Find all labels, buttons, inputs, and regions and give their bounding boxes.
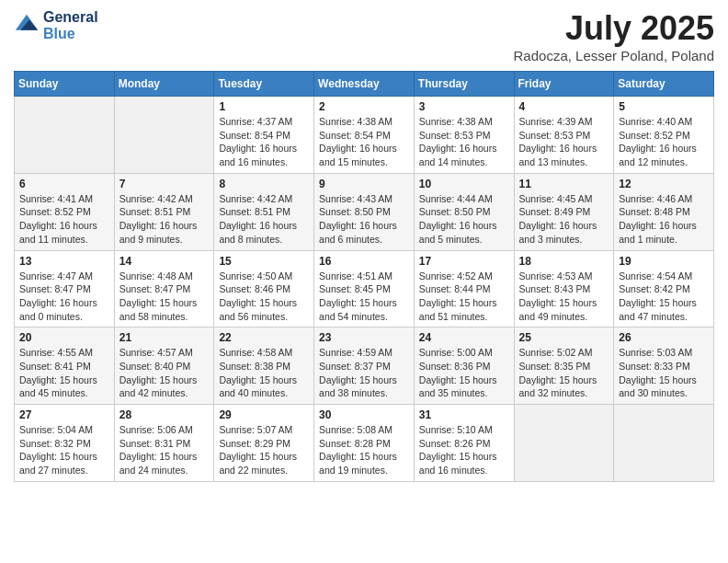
day-info: Sunrise: 5:06 AM Sunset: 8:31 PM Dayligh… (119, 423, 210, 477)
calendar-week: 1Sunrise: 4:37 AM Sunset: 8:54 PM Daylig… (15, 97, 714, 174)
day-number: 18 (519, 255, 609, 268)
logo: General Blue (14, 9, 98, 41)
calendar-cell: 6Sunrise: 4:41 AM Sunset: 8:52 PM Daylig… (15, 173, 115, 250)
calendar-cell: 23Sunrise: 4:59 AM Sunset: 8:37 PM Dayli… (314, 327, 415, 405)
header-day: Sunday (15, 72, 115, 97)
day-info: Sunrise: 5:10 AM Sunset: 8:26 PM Dayligh… (419, 423, 509, 477)
calendar-cell: 12Sunrise: 4:46 AM Sunset: 8:48 PM Dayli… (614, 173, 714, 250)
calendar-cell: 1Sunrise: 4:37 AM Sunset: 8:54 PM Daylig… (214, 97, 314, 174)
day-info: Sunrise: 4:38 AM Sunset: 8:53 PM Dayligh… (419, 115, 509, 169)
calendar-week: 13Sunrise: 4:47 AM Sunset: 8:47 PM Dayli… (15, 250, 714, 327)
day-number: 1 (219, 100, 309, 113)
day-info: Sunrise: 4:47 AM Sunset: 8:47 PM Dayligh… (19, 270, 109, 324)
day-info: Sunrise: 4:38 AM Sunset: 8:54 PM Dayligh… (319, 115, 409, 169)
calendar-cell: 26Sunrise: 5:03 AM Sunset: 8:33 PM Dayli… (614, 327, 714, 405)
calendar-body: 1Sunrise: 4:37 AM Sunset: 8:54 PM Daylig… (15, 97, 714, 482)
calendar-cell: 30Sunrise: 5:08 AM Sunset: 8:28 PM Dayli… (314, 405, 415, 482)
calendar-cell: 5Sunrise: 4:40 AM Sunset: 8:52 PM Daylig… (614, 97, 714, 174)
calendar-cell: 17Sunrise: 4:52 AM Sunset: 8:44 PM Dayli… (414, 250, 514, 327)
day-info: Sunrise: 4:41 AM Sunset: 8:52 PM Dayligh… (19, 192, 109, 247)
day-info: Sunrise: 4:52 AM Sunset: 8:44 PM Dayligh… (419, 270, 509, 324)
day-info: Sunrise: 4:46 AM Sunset: 8:48 PM Dayligh… (619, 192, 709, 247)
calendar-cell: 11Sunrise: 4:45 AM Sunset: 8:49 PM Dayli… (514, 173, 614, 250)
calendar-cell (514, 405, 614, 482)
calendar-cell: 3Sunrise: 4:38 AM Sunset: 8:53 PM Daylig… (414, 97, 514, 174)
day-number: 17 (419, 255, 509, 268)
day-info: Sunrise: 4:51 AM Sunset: 8:45 PM Dayligh… (319, 270, 409, 324)
day-number: 21 (119, 331, 210, 344)
calendar-cell: 8Sunrise: 4:42 AM Sunset: 8:51 PM Daylig… (214, 173, 314, 250)
day-info: Sunrise: 4:48 AM Sunset: 8:47 PM Dayligh… (119, 270, 210, 324)
calendar-cell: 22Sunrise: 4:58 AM Sunset: 8:38 PM Dayli… (214, 327, 314, 405)
calendar-cell: 7Sunrise: 4:42 AM Sunset: 8:51 PM Daylig… (114, 173, 214, 250)
day-info: Sunrise: 5:04 AM Sunset: 8:32 PM Dayligh… (19, 423, 109, 477)
day-number: 15 (219, 255, 309, 268)
day-info: Sunrise: 4:44 AM Sunset: 8:50 PM Dayligh… (419, 192, 509, 247)
calendar-cell: 21Sunrise: 4:57 AM Sunset: 8:40 PM Dayli… (114, 327, 214, 405)
header-day: Wednesday (314, 72, 415, 97)
header-row: SundayMondayTuesdayWednesdayThursdayFrid… (15, 72, 714, 97)
day-number: 22 (219, 331, 309, 344)
day-info: Sunrise: 4:43 AM Sunset: 8:50 PM Dayligh… (319, 192, 409, 247)
day-info: Sunrise: 4:59 AM Sunset: 8:37 PM Dayligh… (319, 346, 409, 400)
calendar-week: 27Sunrise: 5:04 AM Sunset: 8:32 PM Dayli… (15, 405, 714, 482)
day-number: 31 (419, 408, 509, 421)
calendar-table: SundayMondayTuesdayWednesdayThursdayFrid… (14, 71, 714, 482)
day-number: 30 (319, 408, 409, 421)
day-number: 28 (119, 408, 210, 421)
day-info: Sunrise: 4:42 AM Sunset: 8:51 PM Dayligh… (219, 192, 309, 247)
calendar-cell: 4Sunrise: 4:39 AM Sunset: 8:53 PM Daylig… (514, 97, 614, 174)
header-day: Tuesday (214, 72, 314, 97)
day-number: 5 (619, 100, 709, 113)
day-number: 24 (419, 331, 509, 344)
day-number: 11 (519, 178, 609, 190)
calendar-cell: 2Sunrise: 4:38 AM Sunset: 8:54 PM Daylig… (314, 97, 415, 174)
day-number: 2 (319, 100, 409, 113)
day-number: 29 (219, 408, 309, 421)
month-year: July 2025 (514, 9, 714, 48)
calendar-cell: 28Sunrise: 5:06 AM Sunset: 8:31 PM Dayli… (114, 405, 214, 482)
calendar-cell: 27Sunrise: 5:04 AM Sunset: 8:32 PM Dayli… (15, 405, 115, 482)
day-info: Sunrise: 4:37 AM Sunset: 8:54 PM Dayligh… (219, 115, 309, 169)
calendar-week: 20Sunrise: 4:55 AM Sunset: 8:41 PM Dayli… (15, 327, 714, 405)
header-day: Monday (114, 72, 214, 97)
day-number: 16 (319, 255, 409, 268)
calendar-cell (614, 405, 714, 482)
day-info: Sunrise: 4:50 AM Sunset: 8:46 PM Dayligh… (219, 270, 309, 324)
day-number: 20 (19, 331, 109, 344)
day-info: Sunrise: 5:07 AM Sunset: 8:29 PM Dayligh… (219, 423, 309, 477)
day-number: 14 (119, 255, 210, 268)
calendar-cell: 16Sunrise: 4:51 AM Sunset: 8:45 PM Dayli… (314, 250, 415, 327)
day-number: 10 (419, 178, 509, 190)
calendar-cell: 31Sunrise: 5:10 AM Sunset: 8:26 PM Dayli… (414, 405, 514, 482)
day-info: Sunrise: 5:08 AM Sunset: 8:28 PM Dayligh… (319, 423, 409, 477)
day-info: Sunrise: 4:40 AM Sunset: 8:52 PM Dayligh… (619, 115, 709, 169)
calendar-cell (114, 97, 214, 174)
day-number: 26 (619, 331, 709, 344)
page-header: General Blue July 2025 Radocza, Lesser P… (14, 9, 714, 63)
day-info: Sunrise: 4:57 AM Sunset: 8:40 PM Dayligh… (119, 346, 210, 400)
day-info: Sunrise: 4:55 AM Sunset: 8:41 PM Dayligh… (19, 346, 109, 400)
calendar-cell: 24Sunrise: 5:00 AM Sunset: 8:36 PM Dayli… (414, 327, 514, 405)
calendar-cell: 29Sunrise: 5:07 AM Sunset: 8:29 PM Dayli… (214, 405, 314, 482)
day-number: 13 (19, 255, 109, 268)
logo-line1: General (43, 9, 98, 26)
day-number: 12 (619, 178, 709, 190)
location: Radocza, Lesser Poland, Poland (514, 48, 714, 63)
calendar-cell: 19Sunrise: 4:54 AM Sunset: 8:42 PM Dayli… (614, 250, 714, 327)
day-number: 8 (219, 178, 309, 190)
day-info: Sunrise: 4:53 AM Sunset: 8:43 PM Dayligh… (519, 270, 609, 324)
day-number: 19 (619, 255, 709, 268)
day-number: 7 (119, 178, 210, 190)
calendar-cell: 14Sunrise: 4:48 AM Sunset: 8:47 PM Dayli… (114, 250, 214, 327)
title-block: July 2025 Radocza, Lesser Poland, Poland (514, 9, 714, 63)
header-day: Thursday (414, 72, 514, 97)
calendar-cell: 18Sunrise: 4:53 AM Sunset: 8:43 PM Dayli… (514, 250, 614, 327)
day-number: 23 (319, 331, 409, 344)
calendar-cell: 9Sunrise: 4:43 AM Sunset: 8:50 PM Daylig… (314, 173, 415, 250)
header-day: Friday (514, 72, 614, 97)
day-number: 3 (419, 100, 509, 113)
day-info: Sunrise: 5:03 AM Sunset: 8:33 PM Dayligh… (619, 346, 709, 400)
day-info: Sunrise: 5:02 AM Sunset: 8:35 PM Dayligh… (519, 346, 609, 400)
day-number: 4 (519, 100, 609, 113)
